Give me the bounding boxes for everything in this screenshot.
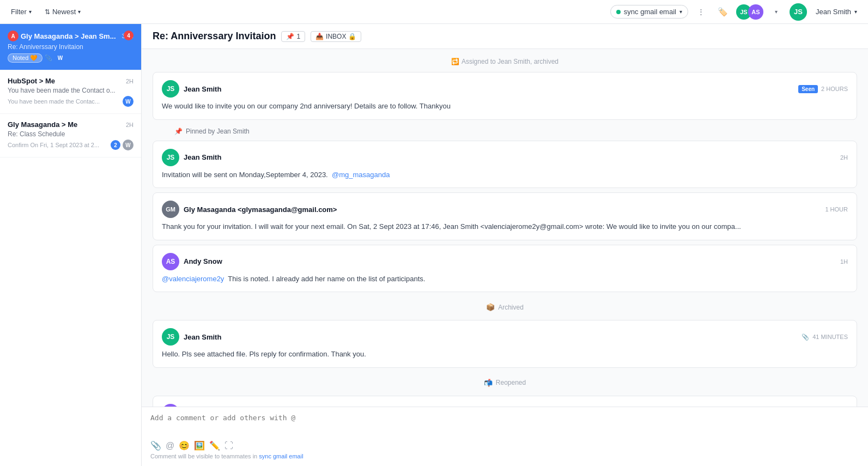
badge-w: W — [123, 96, 133, 107]
mention-tag: @mg_masaganda — [332, 171, 390, 179]
bookmark-button[interactable]: 🏷️ — [714, 3, 732, 21]
avatar-chevron-icon: ▾ — [775, 9, 778, 15]
composer: 📎 @ 😊 🖼️ ✏️ ⛶ Comment will be visible to… — [142, 407, 868, 466]
expand-button[interactable]: ⛶ — [224, 441, 233, 451]
msg-avatar: GM — [162, 201, 179, 218]
avatar-dropdown-button[interactable]: ▾ — [768, 3, 785, 21]
main-layout: A Gly Masaganda > Jean Sm... 32M Re: Ann… — [0, 24, 868, 466]
user-menu-button[interactable]: Jean Smith ▾ — [811, 5, 861, 18]
sync-dot-icon — [616, 10, 621, 14]
msg-header: JS Jean Smith 📎 41 MINUTES — [162, 328, 848, 346]
inbox-lock-icon: 🔒 — [348, 33, 356, 40]
archived-label: Archived — [498, 304, 524, 311]
sort-button[interactable]: ⇅ Newest ▾ — [40, 5, 85, 18]
conv-subject: Re: Anniverssary Invitaion — [8, 43, 133, 51]
conv-badge-count: 4 — [124, 31, 133, 40]
message-card: JS Jean Smith 2H Invitation will be sent… — [153, 141, 857, 189]
composer-hint-text: Comment will be visible to teammates in — [150, 453, 257, 459]
conv-bottom: Noted 🧡 📎 W — [8, 52, 133, 63]
msg-sender: Jean Smith — [184, 333, 221, 341]
reopened-label: Reopened — [496, 379, 526, 386]
msg-timestamp: 41 MINUTES — [812, 334, 848, 340]
inbox-label: INBOX — [326, 33, 346, 40]
conv-header: HubSpot > Me 2H — [8, 77, 133, 85]
msg-time: 2H — [840, 154, 848, 161]
msg-time: 1 HOUR — [825, 206, 848, 213]
msg-avatar: AS — [162, 253, 179, 270]
more-icon: ⋮ — [697, 8, 705, 16]
navbar-right: sync gmail email ▾ ⋮ 🏷️ JS AS ▾ JS Jean … — [610, 3, 861, 21]
attachment-button[interactable]: 📎 — [150, 440, 161, 451]
user-name: Jean Smith — [816, 8, 851, 16]
msg-text: Thank you for your invitation. I will wa… — [162, 221, 848, 232]
msg-text: We would like to invite you on our compa… — [162, 101, 848, 112]
navbar-left: Filter ▾ ⇅ Newest ▾ — [7, 5, 85, 18]
user-avatar[interactable]: JS — [790, 3, 807, 21]
more-options-button[interactable]: ⋮ — [693, 3, 710, 21]
conv-meta: Confirm On Fri, 1 Sept 2023 at 2... — [8, 142, 99, 148]
image-button[interactable]: 🖼️ — [194, 440, 205, 451]
bookmark-icon: 🏷️ — [718, 7, 728, 17]
conv-from: HubSpot > Me — [8, 77, 55, 85]
message-card: JS Jean Smith 📎 41 MINUTES Hello. Pls se… — [153, 320, 857, 368]
filter-chevron-icon: ▾ — [29, 9, 32, 15]
noted-label: Noted — [13, 55, 28, 61]
msg-avatar: JS — [162, 80, 179, 98]
conversation-title: Re: Anniverssary Invitaion — [153, 31, 276, 42]
conversation-item[interactable]: Gly Masaganda > Me 2H Re: Class Schedule… — [0, 114, 141, 158]
archive-icon: 📦 — [486, 303, 495, 311]
sync-chevron-icon: ▾ — [679, 9, 682, 15]
composer-input[interactable] — [150, 414, 859, 435]
format-button[interactable]: ✏️ — [209, 440, 220, 451]
conv-from: Gly Masaganda > Jean Sm... — [21, 32, 116, 40]
navbar: Filter ▾ ⇅ Newest ▾ sync gmail email ▾ ⋮… — [0, 0, 868, 24]
pin-badge[interactable]: 📌 1 — [281, 31, 305, 42]
badge-w: W — [54, 52, 65, 63]
msg-text: @valenciajerome2y This is noted. I alrea… — [162, 274, 848, 285]
sync-label: sync gmail email — [624, 8, 676, 16]
archived-separator: 📦 Archived — [153, 296, 857, 318]
msg-time: Seen 2 HOURS — [798, 85, 848, 93]
msg-time: 1H — [840, 258, 848, 265]
conv-header: A Gly Masaganda > Jean Sm... 32M — [8, 31, 133, 41]
noted-emoji: 🧡 — [30, 55, 38, 62]
msg-avatar: JS — [162, 149, 179, 166]
mention-button[interactable]: @ — [166, 441, 174, 451]
conv-from: Gly Masaganda > Me — [8, 120, 77, 129]
composer-hint-link[interactable]: sync gmail email — [259, 453, 303, 459]
msg-time: 📎 41 MINUTES — [802, 334, 848, 341]
filter-label: Filter — [11, 8, 27, 16]
conv-time: 2H — [126, 78, 133, 84]
main-content: Re: Anniverssary Invitaion 📌 1 📥 INBOX 🔒… — [142, 24, 868, 466]
sort-arrows-icon: ⇅ — [45, 8, 50, 16]
reopen-icon: 📬 — [484, 379, 493, 387]
pinned-bar: 📌 Pinned by Jean Smith — [153, 124, 857, 138]
sort-chevron-icon: ▾ — [78, 9, 81, 15]
inbox-badge[interactable]: 📥 INBOX 🔒 — [311, 31, 361, 42]
sync-button[interactable]: sync gmail email ▾ — [610, 5, 688, 19]
msg-header: JS Jean Smith 2H — [162, 149, 848, 166]
message-card: JS Jean Smith Seen 2 HOURS We would like… — [153, 72, 857, 120]
msg-sender: Jean Smith — [184, 85, 221, 93]
conv-time: 2H — [126, 122, 133, 128]
assigned-text: Assigned to Jean Smith, archived — [462, 58, 559, 65]
msg-text: Invitation will be sent on Monday,Septem… — [162, 170, 848, 180]
inbox-icon: 📥 — [315, 33, 324, 40]
msg-header: GM Gly Masaganda <glymasaganda@gmail.com… — [162, 201, 848, 218]
composer-toolbar: 📎 @ 😊 🖼️ ✏️ ⛶ — [150, 440, 859, 451]
message-card: GM Gly Masaganda <glymasaganda@gmail.com… — [153, 192, 857, 240]
reopened-separator: 📬 Reopened — [153, 372, 857, 394]
conv-subject: You have been made the Contact o... — [8, 87, 133, 94]
conversation-item[interactable]: A Gly Masaganda > Jean Sm... 32M Re: Ann… — [0, 24, 141, 70]
assigned-icon: 🔁 — [451, 58, 459, 65]
user-chevron-icon: ▾ — [854, 9, 857, 15]
filter-button[interactable]: Filter ▾ — [7, 5, 36, 18]
msg-text: Hello. Pls see attached file. Pls reply … — [162, 349, 848, 360]
conv-badge-count: 2 — [111, 140, 120, 150]
pinned-by-label: Pinned by Jean Smith — [186, 128, 250, 135]
msg-timestamp: 1 HOUR — [825, 206, 848, 213]
avatar-group: JS AS — [736, 4, 763, 20]
avatar-as[interactable]: AS — [748, 4, 763, 20]
conversation-item[interactable]: HubSpot > Me 2H You have been made the C… — [0, 70, 141, 114]
emoji-button[interactable]: 😊 — [179, 440, 190, 451]
